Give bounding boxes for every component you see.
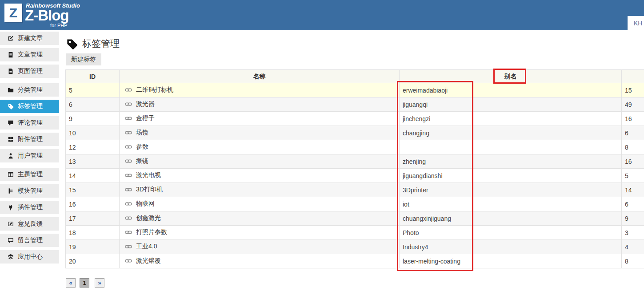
pagination-prev-button[interactable]: «: [66, 278, 76, 288]
tag-alias-cell: iot: [400, 197, 622, 211]
tag-name-link[interactable]: 打照片参数: [125, 228, 167, 236]
tag-alias-cell: zhenjing: [400, 154, 622, 169]
tag-count-cell: 16: [622, 154, 644, 169]
link-icon: [125, 186, 132, 193]
tag-name-link[interactable]: 激光电视: [125, 171, 161, 179]
appcenter-icon: [8, 254, 14, 260]
link-icon: [125, 101, 132, 108]
user-icon: [8, 153, 14, 159]
tag-alias-cell: Photo: [400, 226, 622, 240]
sidebar-item-modules[interactable]: 模块管理: [0, 184, 59, 198]
sidebar-item-guestbook[interactable]: 留言管理: [0, 234, 59, 247]
archive-icon: [8, 136, 14, 142]
sidebar-item-categories[interactable]: 分类管理: [0, 83, 59, 97]
tag-name-link[interactable]: 振镜: [125, 157, 148, 165]
sidebar-item-pages[interactable]: 页面管理: [0, 65, 59, 78]
pagination-current-page[interactable]: 1: [80, 278, 89, 288]
sidebar-item-users[interactable]: 用户管理: [0, 149, 59, 162]
tag-id-cell: 16: [66, 197, 120, 211]
tag-name-link[interactable]: 金橙子: [125, 114, 155, 122]
tag-count-cell: 3: [622, 226, 644, 240]
sidebar-item-new-post[interactable]: 新建文章: [0, 32, 59, 45]
tag-count-cell: 9: [622, 211, 644, 226]
tag-name-link[interactable]: 参数: [125, 143, 148, 151]
sidebar-item-posts[interactable]: 文章管理: [0, 48, 59, 61]
page-title-row: 标签管理: [66, 37, 120, 50]
tag-count-cell: 5: [622, 169, 644, 183]
tag-name-link[interactable]: 创鑫激光: [125, 214, 161, 222]
tag-name-link[interactable]: 激光熔覆: [125, 257, 161, 265]
brand-name: Z-Blog: [25, 7, 68, 24]
feedback-icon: [8, 221, 14, 227]
sidebar-item-themes[interactable]: 主题管理: [0, 168, 59, 181]
user-tab[interactable]: KH: [628, 16, 644, 30]
tag-count-cell: 49: [622, 97, 644, 112]
tag-alias-cell: [400, 140, 622, 154]
table-row: 10 场镜 changjing 6: [66, 126, 644, 140]
tag-id-cell: 10: [66, 126, 120, 140]
tag-name-text: 激光器: [136, 100, 155, 108]
column-header-name: 名称: [120, 70, 400, 83]
sidebar-item-comments[interactable]: 评论管理: [0, 116, 59, 130]
tag-name-text: 激光电视: [136, 171, 161, 179]
link-icon: [125, 215, 132, 222]
tag-id-cell: 12: [66, 140, 120, 154]
table-row: 18 打照片参数 Photo 3: [66, 226, 644, 240]
sidebar-item-label: 新建文章: [18, 34, 43, 42]
tag-id-cell: 6: [66, 97, 120, 112]
modules-icon: [8, 188, 14, 194]
tag-name-link[interactable]: 二维码打标机: [125, 86, 173, 94]
tag-count-cell: 15: [622, 83, 644, 97]
tag-name-link[interactable]: 工业4.0: [125, 243, 157, 251]
tag-count-cell: 16: [622, 112, 644, 126]
tag-count-cell: 8: [622, 140, 644, 154]
sidebar: 新建文章 文章管理 页面管理 分类管理 标签管理 评论管理 附件管理 用户管理 …: [0, 30, 59, 267]
sidebar-item-label: 标签管理: [18, 102, 43, 110]
tag-id-cell: 9: [66, 112, 120, 126]
tag-name-text: 打照片参数: [136, 228, 167, 236]
table-header-row: ID 名称 别名: [66, 70, 644, 83]
tag-count-cell: 8: [622, 254, 644, 268]
sidebar-item-label: 插件管理: [18, 203, 43, 211]
tag-alias-cell: jiguangdianshi: [400, 169, 622, 183]
tag-count-cell: 14: [622, 183, 644, 197]
tag-name-link[interactable]: 物联网: [125, 200, 155, 208]
tag-id-cell: 15: [66, 183, 120, 197]
link-icon: [125, 143, 132, 150]
guestbook-icon: [8, 237, 14, 243]
tag-name-text: 金橙子: [136, 114, 155, 122]
sidebar-item-plugins[interactable]: 插件管理: [0, 201, 59, 214]
tag-name-text: 创鑫激光: [136, 214, 161, 222]
sidebar-item-feedback[interactable]: 意见反馈: [0, 217, 59, 231]
link-icon: [125, 172, 132, 179]
tag-alias-cell: chuangxinjiguang: [400, 211, 622, 226]
tag-id-cell: 13: [66, 154, 120, 169]
comment-icon: [8, 120, 14, 126]
link-icon: [125, 200, 132, 207]
tag-icon: [66, 38, 78, 50]
sidebar-item-label: 主题管理: [18, 170, 43, 178]
tag-id-cell: 17: [66, 211, 120, 226]
tag-name-text: 3D打印机: [136, 186, 163, 194]
tag-id-cell: 14: [66, 169, 120, 183]
brand-sub: for PHP: [50, 23, 68, 28]
new-tag-button[interactable]: 新建标签: [66, 53, 101, 65]
sidebar-item-attachments[interactable]: 附件管理: [0, 133, 59, 146]
sidebar-item-label: 意见反馈: [18, 220, 43, 228]
tag-count-cell: 4: [622, 240, 644, 254]
tag-icon: [8, 103, 14, 110]
tag-name-link[interactable]: 激光器: [125, 100, 155, 108]
link-icon: [125, 86, 132, 93]
table-row: 12 参数 8: [66, 140, 644, 154]
sidebar-item-tags[interactable]: 标签管理: [0, 100, 59, 113]
sidebar-item-app-center[interactable]: 应用中心: [0, 250, 59, 264]
sidebar-item-label: 留言管理: [18, 236, 43, 244]
pagination-next-button[interactable]: »: [95, 278, 104, 288]
tag-name-text: 振镜: [136, 157, 148, 165]
tag-id-cell: 20: [66, 254, 120, 268]
sidebar-item-label: 分类管理: [18, 86, 43, 94]
table-row: 17 创鑫激光 chuangxinjiguang 9: [66, 211, 644, 226]
tag-name-link[interactable]: 3D打印机: [125, 186, 163, 194]
tag-alias-cell: Industry4: [400, 240, 622, 254]
tag-name-link[interactable]: 场镜: [125, 129, 148, 137]
